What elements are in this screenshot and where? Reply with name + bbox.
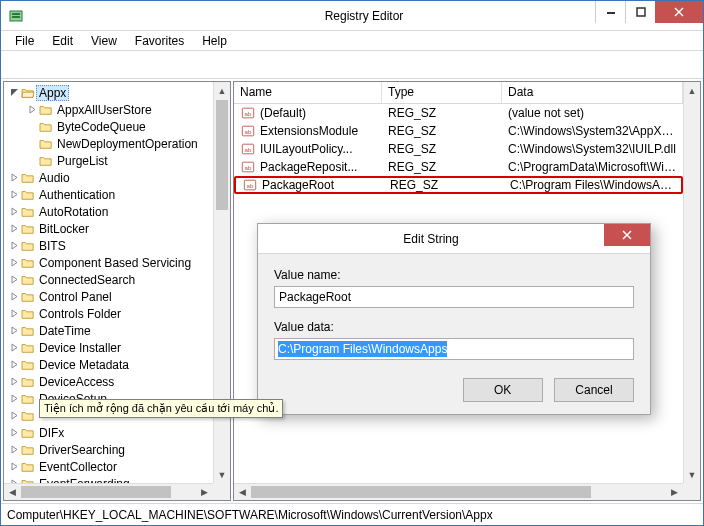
menu-edit[interactable]: Edit (44, 32, 81, 50)
tree-item-label: Device Installer (39, 341, 121, 355)
tree-item[interactable]: DIFx (8, 424, 213, 441)
close-button[interactable] (655, 1, 703, 23)
scroll-down-arrow-icon[interactable]: ▼ (684, 466, 700, 483)
expand-icon[interactable] (8, 241, 20, 250)
expand-icon[interactable] (8, 394, 20, 403)
values-vertical-scrollbar[interactable]: ▲ ▼ (683, 82, 700, 483)
folder-icon (20, 443, 36, 457)
folder-icon (38, 154, 54, 168)
tree-item[interactable]: BitLocker (8, 220, 213, 237)
expand-icon[interactable] (8, 462, 20, 471)
expand-icon[interactable] (8, 258, 20, 267)
expand-icon[interactable] (8, 207, 20, 216)
folder-icon (20, 460, 36, 474)
folder-icon (20, 188, 36, 202)
tree-item-label: ByteCodeQueue (57, 120, 146, 134)
tree-item-label: BITS (39, 239, 66, 253)
column-type[interactable]: Type (382, 82, 502, 103)
menu-favorites[interactable]: Favorites (127, 32, 192, 50)
tree-item[interactable]: AppxAllUserStore (8, 101, 213, 118)
tree-item[interactable]: ConnectedSearch (8, 271, 213, 288)
folder-icon (20, 324, 36, 338)
svg-rect-2 (12, 16, 20, 18)
tree-item[interactable]: Control Panel (8, 288, 213, 305)
expand-icon[interactable] (8, 326, 20, 335)
tree-item[interactable]: EventCollector (8, 458, 213, 475)
tree-item[interactable]: AutoRotation (8, 203, 213, 220)
expand-icon[interactable] (8, 173, 20, 182)
menu-help[interactable]: Help (194, 32, 235, 50)
tree-item[interactable]: NewDeploymentOperation (8, 135, 213, 152)
tree-item[interactable]: DeviceAccess (8, 373, 213, 390)
column-data[interactable]: Data (502, 82, 683, 103)
tree-item[interactable]: EventForwarding (8, 475, 213, 483)
string-value-icon: ab (240, 159, 256, 175)
expand-icon[interactable] (8, 411, 20, 420)
tree-item-label: ConnectedSearch (39, 273, 135, 287)
expand-icon[interactable] (8, 428, 20, 437)
expand-icon[interactable] (8, 309, 20, 318)
tree-item[interactable]: Component Based Servicing (8, 254, 213, 271)
value-name-input[interactable] (274, 286, 634, 308)
value-row[interactable]: abExtensionsModuleREG_SZC:\Windows\Syste… (234, 122, 683, 140)
expand-icon[interactable] (8, 377, 20, 386)
statusbar: Computer\HKEY_LOCAL_MACHINE\SOFTWARE\Mic… (1, 503, 703, 525)
tree-item-label: NewDeploymentOperation (57, 137, 198, 151)
expand-icon[interactable] (8, 343, 20, 352)
tree-item-label: AppxAllUserStore (57, 103, 152, 117)
collapse-icon[interactable] (8, 88, 20, 97)
tree-item[interactable]: ByteCodeQueue (8, 118, 213, 135)
value-row[interactable]: abIUILayoutPolicy...REG_SZC:\Windows\Sys… (234, 140, 683, 158)
value-row[interactable]: ab(Default)REG_SZ(value not set) (234, 104, 683, 122)
expand-icon[interactable] (8, 190, 20, 199)
cancel-button[interactable]: Cancel (554, 378, 634, 402)
registry-tree[interactable]: AppxAppxAllUserStoreByteCodeQueueNewDepl… (4, 82, 213, 483)
value-data: C:\ProgramData\Microsoft\Windows\App (502, 159, 683, 175)
scroll-thumb[interactable] (251, 486, 591, 498)
menu-file[interactable]: File (7, 32, 42, 50)
tree-item[interactable]: Device Installer (8, 339, 213, 356)
scroll-right-arrow-icon[interactable]: ▶ (196, 484, 213, 500)
expand-icon[interactable] (8, 360, 20, 369)
expand-icon[interactable] (8, 275, 20, 284)
scroll-up-arrow-icon[interactable]: ▲ (684, 82, 700, 99)
value-type: REG_SZ (382, 141, 502, 157)
dialog-close-button[interactable] (604, 224, 650, 246)
menu-view[interactable]: View (83, 32, 125, 50)
tree-item[interactable]: BITS (8, 237, 213, 254)
value-data-input[interactable]: C:\Program Files\WindowsApps (274, 338, 634, 360)
tree-vertical-scrollbar[interactable]: ▲ ▼ (213, 82, 230, 483)
expand-icon[interactable] (8, 292, 20, 301)
window-titlebar: Registry Editor (1, 1, 703, 31)
tree-item[interactable]: Audio (8, 169, 213, 186)
values-horizontal-scrollbar[interactable]: ◀ ▶ (234, 483, 683, 500)
expand-icon[interactable] (8, 445, 20, 454)
scroll-thumb[interactable] (216, 100, 228, 210)
expand-icon[interactable] (26, 105, 38, 114)
value-row[interactable]: abPackageReposit...REG_SZC:\ProgramData\… (234, 158, 683, 176)
expand-icon[interactable] (8, 224, 20, 233)
value-row[interactable]: abPackageRootREG_SZC:\Program Files\Wind… (234, 176, 683, 194)
column-name[interactable]: Name (234, 82, 382, 103)
tree-item[interactable]: Appx (8, 84, 213, 101)
scroll-down-arrow-icon[interactable]: ▼ (214, 466, 230, 483)
folder-icon (20, 290, 36, 304)
tooltip-text: Tiện ích mở rộng đã chặn yêu cầu tới máy… (44, 402, 278, 414)
scroll-thumb[interactable] (21, 486, 171, 498)
tree-item[interactable]: PurgeList (8, 152, 213, 169)
maximize-button[interactable] (625, 1, 655, 23)
minimize-button[interactable] (595, 1, 625, 23)
scroll-up-arrow-icon[interactable]: ▲ (214, 82, 230, 99)
scroll-left-arrow-icon[interactable]: ◀ (4, 484, 21, 500)
values-list[interactable]: ab(Default)REG_SZ(value not set)abExtens… (234, 104, 683, 194)
scroll-right-arrow-icon[interactable]: ▶ (666, 484, 683, 500)
value-name: PackageRoot (262, 178, 334, 192)
tree-item[interactable]: DriverSearching (8, 441, 213, 458)
tree-item[interactable]: Controls Folder (8, 305, 213, 322)
ok-button[interactable]: OK (463, 378, 543, 402)
tree-item[interactable]: Authentication (8, 186, 213, 203)
tree-item[interactable]: DateTime (8, 322, 213, 339)
scroll-left-arrow-icon[interactable]: ◀ (234, 484, 251, 500)
tree-horizontal-scrollbar[interactable]: ◀ ▶ (4, 483, 213, 500)
tree-item[interactable]: Device Metadata (8, 356, 213, 373)
